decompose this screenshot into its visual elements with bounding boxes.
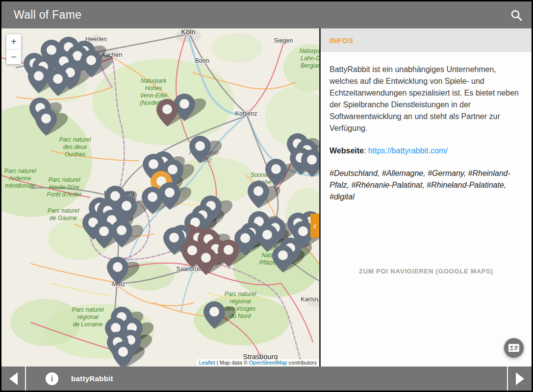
header-bar: Wall of Fame: [1, 1, 532, 28]
next-button[interactable]: [508, 367, 532, 391]
map-label: Parc naturelHaute-SûreForêt d'Anlier: [47, 176, 82, 198]
footer-divider-left: [25, 367, 26, 391]
company-description: BattyRabbit ist ein unabhängiges Unterne…: [330, 64, 523, 134]
search-button[interactable]: [505, 4, 528, 26]
map-canvas[interactable]: HeerlenAachenKölnBonnSiegenKoblenzLëtzeb…: [1, 28, 319, 367]
map-label: Parc naturelde Gaume: [48, 207, 79, 221]
website-link[interactable]: https://battyrabbit.com/: [368, 147, 448, 155]
zoom-out-button[interactable]: −: [6, 49, 21, 64]
osm-link[interactable]: OpenStreetMap: [249, 360, 287, 366]
website-row: Webseite: https://battyrabbit.com/: [330, 145, 523, 157]
website-label: Webseite: [330, 147, 364, 155]
contact-card-icon: [508, 343, 519, 352]
website-separator: :: [364, 147, 368, 155]
map-label: Siegen: [274, 37, 293, 44]
map-attribution: Leaflet | Map data © OpenStreetMap contr…: [197, 359, 319, 367]
zoom-in-button[interactable]: +: [6, 34, 21, 49]
panel-heading: INFOS: [330, 36, 354, 45]
attribution-suffix: contributors: [287, 360, 317, 366]
map[interactable]: HeerlenAachenKölnBonnSiegenKoblenzLëtzeb…: [1, 28, 319, 367]
leaflet-link[interactable]: Leaflet: [199, 360, 215, 366]
map-label: Koblenz: [235, 110, 257, 117]
hashtags-text: #Deutschland, #Allemagne, #Germany, #Rhe…: [330, 168, 523, 203]
map-label: Karlsruhe: [301, 296, 319, 303]
footer-bar: i battyRabbit: [1, 367, 532, 391]
info-icon[interactable]: i: [46, 372, 58, 385]
app-window: Wall of Fame: [1, 1, 532, 391]
map-label: Köln: [181, 28, 195, 36]
search-icon: [510, 9, 523, 22]
arrow-left-icon: [9, 372, 18, 385]
attribution-text: | Map data ©: [215, 360, 249, 366]
panel-header: INFOS: [321, 28, 532, 52]
panel-body: BattyRabbit ist ein unabhängiges Unterne…: [321, 52, 532, 277]
chevron-left-icon: ‹: [313, 220, 317, 231]
info-panel: INFOS BattyRabbit ist ein unabhängiges U…: [321, 28, 532, 367]
navigate-poi-button[interactable]: ZUM POI NAVIGIEREN (GOOGLE MAPS): [330, 266, 523, 277]
content-area: HeerlenAachenKölnBonnSiegenKoblenzLëtzeb…: [1, 28, 532, 367]
map-zoom-control: + −: [6, 34, 21, 64]
map-label: Bonn: [195, 57, 209, 64]
map-label: NaturparkLahn-DillBergland: [300, 48, 319, 69]
contact-fab-button[interactable]: [504, 338, 524, 358]
page-title: Wall of Fame: [14, 8, 81, 22]
arrow-right-icon: [516, 372, 524, 385]
prev-button[interactable]: [1, 367, 25, 391]
collapse-panel-button[interactable]: ‹: [310, 214, 319, 238]
current-item-label: battyRabbit: [71, 374, 113, 383]
